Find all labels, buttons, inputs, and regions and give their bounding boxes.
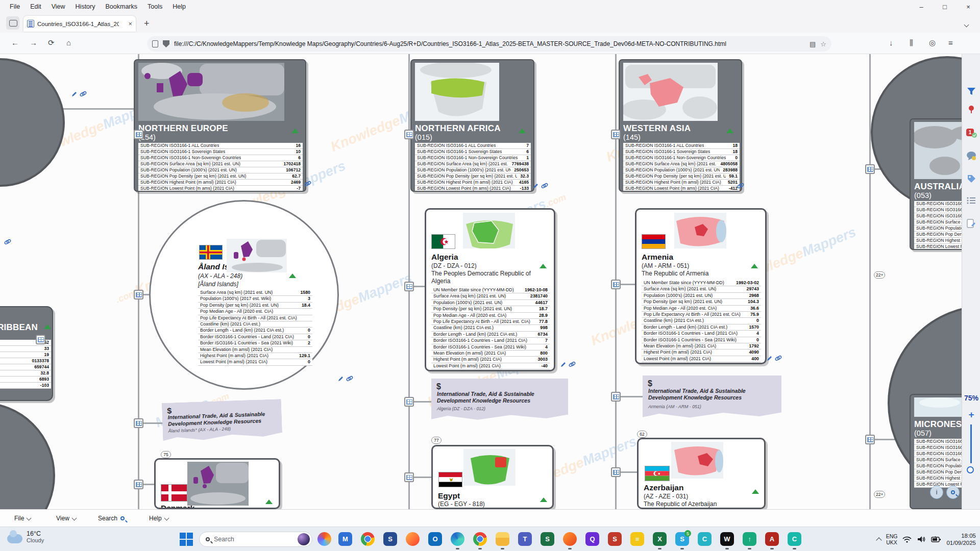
country-card-denmark[interactable]: Denmark [154,458,280,509]
shield-icon[interactable] [163,40,169,47]
maximize-button[interactable]: □ [933,0,957,13]
collapsed-region-circle[interactable] [0,58,65,187]
connector-node[interactable] [865,164,875,174]
chat-icon[interactable] [966,151,976,161]
taskbar-app-icon[interactable]: O [428,532,442,546]
edit-link-icons[interactable] [4,239,11,245]
wifi-icon[interactable] [902,536,912,543]
collapse-caret-icon[interactable] [291,129,299,133]
menu-help[interactable]: Help [168,2,190,12]
taskbar-app-icon[interactable]: W [720,532,734,546]
zoom-slider-handle[interactable] [967,466,974,473]
region-panel-northern-europe[interactable]: NORTHERN EUROPE (154) SUB-REGION ISO3166… [134,59,306,192]
pin-icon[interactable] [966,104,976,114]
taskbar-app-icon[interactable] [451,532,464,546]
downloads-icon[interactable]: ↓ [889,38,893,47]
collapse-caret-icon[interactable] [519,129,526,133]
edit-link-icons[interactable] [338,375,353,382]
country-card-algeria[interactable]: Algeria (DZ - DZA - 012) The Peoples Dem… [425,208,555,371]
connector-node[interactable] [134,290,143,299]
zoom-slider[interactable] [970,424,972,463]
edit-document-icon[interactable] [966,218,976,229]
taskbar-app-icon[interactable] [473,532,487,546]
new-tab-button[interactable]: + [144,18,150,29]
collapse-caret-icon[interactable] [289,273,296,278]
child-count-badge[interactable]: 22+ [874,491,885,498]
battery-icon[interactable] [931,536,941,543]
account-icon[interactable]: ◎ [929,38,936,47]
reload-icon[interactable]: ⟳ [48,38,55,47]
home-icon[interactable]: ⌂ [66,38,71,47]
taskbar-app-icon[interactable] [361,532,375,546]
tag-icon[interactable] [966,173,976,184]
bookmark-star-icon[interactable]: ☆ [820,40,826,48]
active-tab[interactable]: Countries_ISO3166-1_Atlas_202 × [23,16,136,32]
minimize-button[interactable]: – [910,0,933,13]
search-highlight-image[interactable] [298,533,310,545]
menu-file[interactable]: File [5,2,24,12]
menu-bookmarks[interactable]: Bookmarks [101,2,142,12]
clock[interactable]: 18:05 01/09/2025 [946,532,976,546]
collapse-caret-icon[interactable] [726,129,733,133]
menu-tools[interactable]: Tools [143,2,167,12]
collapse-caret-icon[interactable] [44,324,51,329]
taskbar-app-icon[interactable]: A [765,532,779,546]
back-icon[interactable]: ← [11,38,19,47]
menu-history[interactable]: History [71,2,100,12]
page-menu-file[interactable]: File [14,515,31,522]
trade-resources-card-aland[interactable]: $ International Trade, Aid & Sustainable… [162,399,283,443]
country-card-azerbaijan[interactable]: Azerbaijan (AZ - AZE - 031) The Republic… [637,438,766,509]
edit-link-icons[interactable] [304,181,311,187]
page-info-icon[interactable] [152,40,158,47]
collapse-caret-icon[interactable] [265,499,273,504]
tab-close-icon[interactable]: × [128,20,132,28]
taskbar-app-icon[interactable]: C [698,532,712,546]
child-count-badge[interactable]: 22+ [874,271,885,279]
country-card-aland[interactable]: Åland Islands* (AX - ALA - 248) [Åland I… [198,239,315,382]
connector-node[interactable] [404,472,414,482]
menu-edit[interactable]: Edit [26,2,46,12]
taskbar-app-icon[interactable]: ≡ [630,532,644,546]
page-menu-view[interactable]: View [56,515,76,522]
connector-node[interactable] [134,418,143,428]
info-button[interactable]: i [930,486,943,499]
collapse-caret-icon[interactable] [540,264,547,268]
country-card-egypt[interactable]: Egypt (EG - EGY - 818) The Arab Republic… [431,445,554,509]
collapse-caret-icon[interactable] [751,264,758,268]
connector-node[interactable] [134,130,143,139]
edit-link-icons[interactable] [560,361,576,367]
trade-resources-card-algeria[interactable]: $ International Trade, Aid & Sustainable… [431,379,568,421]
connector-node[interactable] [404,282,414,291]
region-panel-northern-africa[interactable]: NORTHERN AFRICA (015) SUB-REGION ISO3166… [410,59,534,192]
taskbar-app-icon[interactable]: X [653,532,667,546]
trade-resources-card-armenia[interactable]: $ International Trade, Aid & Sustainable… [643,375,781,419]
close-button[interactable]: × [957,0,980,13]
connector-node[interactable] [865,435,875,444]
app-menu-icon[interactable]: ≡ [948,38,953,47]
connector-node[interactable] [611,280,621,289]
collapsed-region-circle[interactable] [0,402,55,509]
connector-node[interactable] [134,480,143,489]
region-panel-caribbean[interactable]: CARIBBEAN 523319013337865974432.86893-10… [0,306,53,401]
country-card-armenia[interactable]: Armenia (AM - ARM - 051) The Republic of… [635,208,767,364]
url-text[interactable]: file:///C:/C/KnowledgeMappers/Temp/Knowl… [174,40,805,47]
firefox-view-icon[interactable] [6,16,19,30]
start-button[interactable] [180,533,193,546]
connector-node[interactable] [36,335,45,344]
connector-node[interactable] [611,467,621,477]
taskbar-app-icon[interactable]: ↑ [743,532,756,546]
taskbar-app-icon[interactable]: Q [585,532,599,546]
taskbar-app-icon[interactable]: S [608,532,622,546]
taskbar-app-icon[interactable]: S [383,532,397,546]
edit-link-icons[interactable] [767,355,782,361]
taskbar-weather-widget[interactable]: 16°C Cloudy [7,530,44,543]
list-tabs-chevron-icon[interactable] [965,19,968,29]
menu-view[interactable]: View [47,2,70,12]
zoom-in-button[interactable]: + [966,409,976,420]
volume-icon[interactable] [917,536,926,543]
reader-mode-icon[interactable]: ▤ [810,40,816,48]
language-indicator[interactable]: ENG UKX [886,533,898,545]
collapse-caret-icon[interactable] [540,497,547,502]
list-icon[interactable] [966,196,976,206]
zoom-search-button[interactable] [946,486,960,499]
